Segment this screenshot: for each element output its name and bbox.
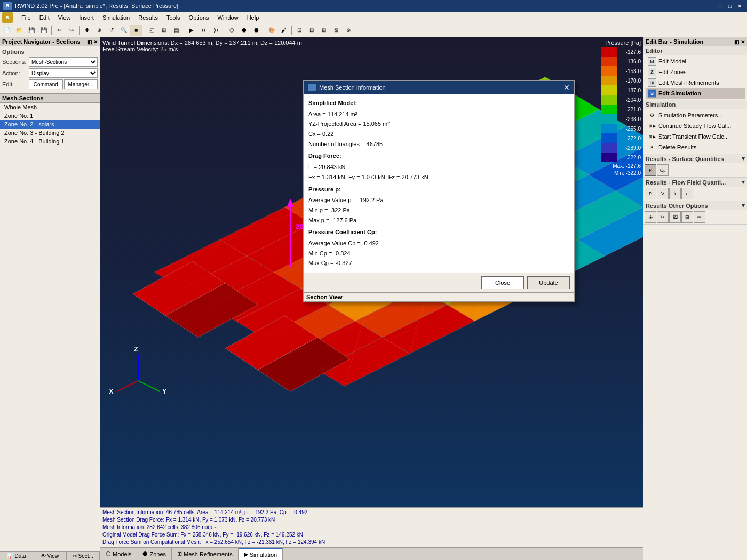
minimize-btn[interactable]: ─	[716, 2, 725, 10]
continue-steady-item[interactable]: ⊞▶ Continue Steady Flow Cal...	[646, 121, 745, 131]
flow-field-expand[interactable]: ▾	[742, 179, 745, 186]
mesh-item-zone4[interactable]: Zone No. 4 - Building 1	[0, 137, 100, 146]
action-select[interactable]: Display	[29, 68, 98, 78]
sim-params-label: Simulation Parameters...	[658, 112, 722, 118]
tab-models[interactable]: ⬡ Models	[100, 548, 137, 560]
toolbar-open[interactable]: 📂	[13, 25, 25, 36]
menu-edit[interactable]: Edit	[35, 13, 54, 22]
toolbar: 📄 📂 💾 💾 ↩ ↪ ✚ ⊕ ↺ 🔍 ■ ◰ ⊞ ▤ ▶ ⟨⟨ ⟩⟩ ⬡ ⬢ …	[0, 23, 747, 37]
edit-mesh-item[interactable]: ⊞ Edit Mesh Refinements	[646, 77, 745, 88]
pressure-label-1: -136.0	[619, 59, 641, 65]
left-panel-controls[interactable]: ◧ ✕	[87, 39, 98, 45]
img-btn[interactable]: 🖼	[669, 211, 681, 223]
delete-results-item[interactable]: ✕ Delete Results	[646, 142, 745, 153]
right-panel-controls[interactable]: ◧ ✕	[734, 39, 745, 45]
toolbar-3d2[interactable]: ⬢	[238, 25, 250, 36]
toolbar-view2[interactable]: ⊞	[158, 25, 170, 36]
grid-btn[interactable]: ⊞	[681, 211, 693, 223]
tab-data[interactable]: 📊 Data	[0, 552, 33, 560]
toolbar-save[interactable]: 💾	[26, 25, 37, 36]
dialog-line-7: Fx = 1.314 kN, Fy = 1.073 kN, Fz = 20.77…	[308, 172, 570, 182]
mesh-item-zone3[interactable]: Zone No. 3 - Building 2	[0, 129, 100, 137]
left-tabs: 📊 Data 👁 View ✂ Sect...	[0, 551, 100, 560]
toolbar-sep5	[224, 26, 224, 35]
toolbar-play[interactable]: ▶	[186, 25, 197, 36]
sections-select[interactable]: Mesh-Sections	[29, 57, 98, 67]
command-btn[interactable]: Command	[29, 79, 63, 89]
tab-sect[interactable]: ✂ Sect...	[67, 552, 100, 560]
dialog-close-x-btn[interactable]: ✕	[563, 83, 570, 92]
toolbar-misc1[interactable]: ⊡	[293, 25, 305, 36]
edit-simulation-item[interactable]: S Edit Simulation	[646, 88, 745, 99]
menu-insert[interactable]: Insert	[75, 13, 98, 22]
iso-btn[interactable]: ◈	[645, 211, 656, 223]
surface-quantities-expand[interactable]: ▾	[742, 155, 745, 162]
flow-epsilon-btn[interactable]: ε	[681, 188, 693, 199]
toolbar-select[interactable]: ✚	[81, 25, 93, 36]
toolbar-3d1[interactable]: ⬡	[226, 25, 237, 36]
tab-mesh-refinements[interactable]: ⊞ Mesh Refinements	[172, 548, 239, 560]
toolbar-3d3[interactable]: ⬣	[250, 25, 262, 36]
dialog-update-btn[interactable]: Update	[527, 276, 570, 289]
tab-view[interactable]: 👁 View	[33, 552, 66, 560]
toolbar-save2[interactable]: 💾	[38, 25, 50, 36]
pressure-btn[interactable]: P	[645, 164, 656, 176]
tab-simulation[interactable]: ▶ Simulation	[239, 548, 283, 560]
edit-zones-item[interactable]: Z Edit Zones	[646, 67, 745, 77]
mesh-item-zone2[interactable]: Zone No. 2 - solars	[0, 120, 100, 129]
toolbar-misc2[interactable]: ⊟	[306, 25, 317, 36]
manager-btn[interactable]: Manager...	[64, 79, 98, 89]
mesh-item-zone1[interactable]: Zone No. 1	[0, 111, 100, 120]
mesh-item-whole[interactable]: Whole Mesh	[0, 103, 100, 111]
toolbar-fit[interactable]: ■	[130, 25, 142, 36]
close-btn[interactable]: ✕	[735, 2, 744, 10]
toolbar-misc5[interactable]: ⊗	[343, 25, 354, 36]
toolbar-misc3[interactable]: ⊞	[318, 25, 330, 36]
pressure-color-8	[601, 124, 617, 133]
center-area: Wind Tunnel Dimensions: Dx = 284.653 m, …	[100, 37, 643, 560]
flow-v-btn[interactable]: V	[657, 188, 669, 199]
menu-options[interactable]: Options	[185, 13, 213, 22]
other-options-expand[interactable]: ▾	[742, 202, 745, 209]
pressure-item-3: -170.0	[601, 76, 641, 85]
dialog-close-btn[interactable]: Close	[481, 276, 524, 289]
pressure-color-4	[601, 85, 617, 95]
editor-section-content: M Edit Model Z Edit Zones ⊞ Edit Mesh Re…	[643, 55, 747, 100]
status-line-0: Mesh Section Information: 46 785 cells, …	[102, 509, 641, 516]
toolbar-new[interactable]: 📄	[1, 25, 13, 36]
panel-options: Options Sections: Mesh-Sections Action: …	[0, 46, 100, 93]
toolbar-view1[interactable]: ◰	[146, 25, 157, 36]
maximize-btn[interactable]: □	[726, 2, 734, 10]
svg-line-61	[138, 381, 160, 391]
toolbar-zoom[interactable]: 🔍	[118, 25, 130, 36]
menu-view[interactable]: View	[54, 13, 75, 22]
toolbar-rotate[interactable]: ↺	[106, 25, 117, 36]
toolbar-redo[interactable]: ↪	[66, 25, 77, 36]
start-transient-item[interactable]: ⊞▶ Start Transient Flow Calc...	[646, 131, 745, 142]
cut-btn[interactable]: ✂	[657, 211, 669, 223]
toolbar-ff[interactable]: ⟩⟩	[210, 25, 222, 36]
sim-params-item[interactable]: ⚙ Simulation Parameters...	[646, 110, 745, 121]
menu-help[interactable]: Help	[243, 13, 264, 22]
menu-window[interactable]: Window	[213, 13, 243, 22]
menu-results[interactable]: Results	[134, 13, 162, 22]
toolbar-undo[interactable]: ↩	[53, 25, 65, 36]
flow-k-btn[interactable]: k	[669, 188, 681, 199]
menu-tools[interactable]: Tools	[162, 13, 185, 22]
toolbar-rewind[interactable]: ⟨⟨	[198, 25, 210, 36]
cp-btn[interactable]: Cp	[657, 164, 669, 176]
right-panel-title: Edit Bar - Simulation	[646, 38, 703, 45]
edit-btn[interactable]: ✏	[694, 211, 705, 223]
tab-zones[interactable]: ⬢ Zones	[137, 548, 172, 560]
velocity-info: Free Stream Velocity: 25 m/s	[102, 46, 302, 52]
dialog-line-5: Drag Force:	[308, 151, 570, 161]
menu-file[interactable]: File	[17, 13, 35, 22]
menu-simulation[interactable]: Simulation	[98, 13, 134, 22]
toolbar-color2[interactable]: 🖌	[278, 25, 290, 36]
toolbar-move[interactable]: ⊕	[93, 25, 105, 36]
toolbar-misc4[interactable]: ⊠	[330, 25, 342, 36]
flow-p-btn[interactable]: P	[645, 188, 656, 199]
toolbar-color1[interactable]: 🎨	[266, 25, 277, 36]
toolbar-view3[interactable]: ▤	[170, 25, 182, 36]
edit-model-item[interactable]: M Edit Model	[646, 56, 745, 67]
